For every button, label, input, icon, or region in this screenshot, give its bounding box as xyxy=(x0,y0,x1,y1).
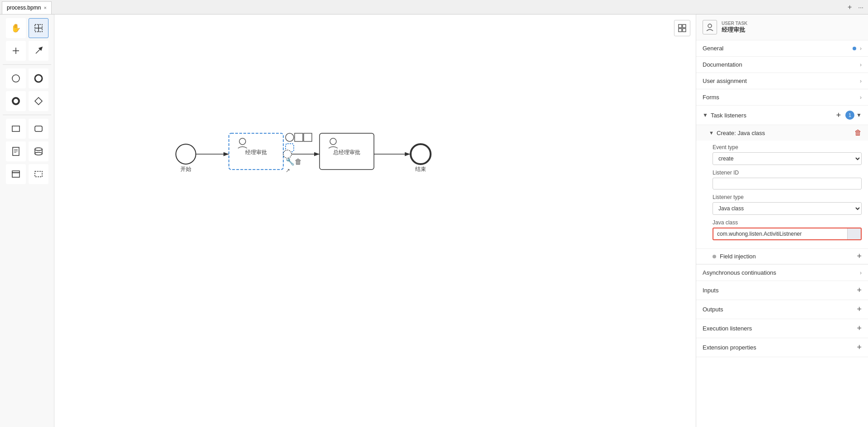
async-continuations-arrow: › xyxy=(860,270,862,276)
java-class-group: Java class xyxy=(713,219,862,240)
extension-properties-section[interactable]: Extension properties + xyxy=(696,338,868,357)
execution-listeners-add-button[interactable]: + xyxy=(857,324,862,333)
event-type-select[interactable]: create assignment complete delete xyxy=(713,152,862,165)
svg-point-42 xyxy=(411,144,431,164)
node-type-icon xyxy=(703,20,717,34)
documentation-arrow: › xyxy=(860,62,862,68)
general-section[interactable]: General › xyxy=(696,40,868,57)
svg-text:结束: 结束 xyxy=(415,166,426,172)
documentation-section[interactable]: Documentation › xyxy=(696,57,868,73)
svg-point-8 xyxy=(13,98,19,104)
svg-point-6 xyxy=(12,75,19,82)
bpmn-diagram: 开始 经理审批 🔧 🗑 ↗ xyxy=(54,15,696,427)
svg-marker-9 xyxy=(35,97,42,105)
rect-tool[interactable] xyxy=(6,119,26,139)
tab-menu-button[interactable]: ··· xyxy=(855,4,866,11)
listener-id-input[interactable] xyxy=(713,178,862,189)
select-tool[interactable] xyxy=(29,18,48,38)
outputs-add-button[interactable]: + xyxy=(857,305,862,314)
general-label: General xyxy=(703,45,723,52)
main-layout: ✋ xyxy=(0,15,868,427)
svg-point-16 xyxy=(35,148,42,150)
tab-bar: process.bpmn × + ··· xyxy=(0,0,868,15)
circle-filled-tool[interactable] xyxy=(6,91,26,111)
user-assignment-arrow: › xyxy=(860,78,862,84)
field-injection-row: Field injection + xyxy=(696,248,868,264)
forms-arrow: › xyxy=(860,94,862,101)
execution-listeners-section[interactable]: Execution listeners + xyxy=(696,319,868,338)
extension-properties-add-button[interactable]: + xyxy=(857,343,862,352)
general-arrow: › xyxy=(860,45,862,52)
process-tab[interactable]: process.bpmn × xyxy=(2,1,52,14)
rect-bottom-tool[interactable] xyxy=(6,164,26,184)
svg-rect-20 xyxy=(12,173,19,177)
svg-rect-36 xyxy=(283,150,291,158)
field-injection-dot xyxy=(713,255,716,258)
listener-type-label: Listener type xyxy=(713,194,862,200)
field-injection-add-button[interactable]: + xyxy=(857,252,862,261)
tool-row-5 xyxy=(3,119,51,139)
svg-rect-12 xyxy=(13,147,19,155)
task-listeners-badge: 1 xyxy=(845,111,854,120)
execution-listeners-label: Execution listeners xyxy=(703,325,752,332)
listener-item-header[interactable]: ▼ Create: Java class 🗑 xyxy=(696,125,868,141)
tool-row-6 xyxy=(3,141,51,161)
listener-fields: Event type create assignment complete de… xyxy=(696,141,868,248)
svg-rect-10 xyxy=(12,126,19,131)
circle-empty-tool[interactable] xyxy=(6,68,26,88)
canvas-area[interactable]: 开始 经理审批 🔧 🗑 ↗ xyxy=(54,15,696,427)
general-dot xyxy=(853,47,856,50)
tool-row-4 xyxy=(3,91,51,111)
tab-close-button[interactable]: × xyxy=(44,5,46,10)
listener-id-group: Listener ID xyxy=(713,170,862,189)
user-assignment-section[interactable]: User assignment › xyxy=(696,73,868,89)
task-listeners-add-button[interactable]: + xyxy=(834,110,844,120)
listener-id-label: Listener ID xyxy=(713,170,862,176)
panel-header-text: USER TASK 经理审批 xyxy=(722,21,747,34)
svg-rect-45 xyxy=(679,24,682,28)
svg-rect-22 xyxy=(35,171,42,177)
task-listeners-expand-arrow[interactable]: ▼ xyxy=(856,112,862,118)
minimap-button[interactable] xyxy=(674,20,690,36)
listener-delete-button[interactable]: 🗑 xyxy=(854,129,862,137)
toolbar: ✋ xyxy=(0,15,54,427)
rect-rounded-tool[interactable] xyxy=(29,119,48,139)
node-type-label: USER TASK xyxy=(722,21,747,26)
new-tab-button[interactable]: + xyxy=(844,3,855,11)
async-continuations-section[interactable]: Asynchronous continuations › xyxy=(696,265,868,281)
svg-rect-48 xyxy=(683,29,686,32)
tool-row-3 xyxy=(3,68,51,88)
forms-section[interactable]: Forms › xyxy=(696,89,868,106)
event-type-label: Event type xyxy=(713,144,862,150)
inputs-label: Inputs xyxy=(703,287,718,294)
svg-text:开始: 开始 xyxy=(180,166,191,172)
svg-point-19 xyxy=(35,152,42,155)
task-listeners-chevron[interactable]: ▼ xyxy=(703,112,708,118)
java-class-label: Java class xyxy=(713,219,862,226)
inputs-section[interactable]: Inputs + xyxy=(696,281,868,300)
circle-thick-tool[interactable] xyxy=(29,68,48,88)
forms-label: Forms xyxy=(703,94,719,101)
diamond-tool[interactable] xyxy=(29,91,48,111)
listener-type-select[interactable]: Java class Expression Delegate expressio… xyxy=(713,202,862,215)
svg-rect-31 xyxy=(304,133,312,141)
cylinder-tool[interactable] xyxy=(29,141,48,161)
rect-dashed-tool[interactable] xyxy=(29,164,48,184)
svg-rect-47 xyxy=(679,29,682,32)
lasso-tool[interactable] xyxy=(29,41,48,61)
async-continuations-label: Asynchronous continuations xyxy=(703,269,776,276)
listener-item: ▼ Create: Java class 🗑 Event type create… xyxy=(696,125,868,265)
tool-row-2 xyxy=(3,41,51,61)
java-class-input[interactable] xyxy=(713,228,847,239)
svg-text:🔧: 🔧 xyxy=(286,157,295,166)
document-tool[interactable] xyxy=(6,141,26,161)
listener-chevron[interactable]: ▼ xyxy=(709,130,714,136)
svg-point-23 xyxy=(176,144,196,164)
hand-tool[interactable]: ✋ xyxy=(6,18,26,38)
svg-text:🗑: 🗑 xyxy=(295,158,302,165)
connect-tool[interactable] xyxy=(6,41,26,61)
inputs-add-button[interactable]: + xyxy=(857,286,862,295)
outputs-section[interactable]: Outputs + xyxy=(696,300,868,319)
tool-row-1: ✋ xyxy=(3,18,51,38)
tab-title: process.bpmn xyxy=(7,5,41,11)
